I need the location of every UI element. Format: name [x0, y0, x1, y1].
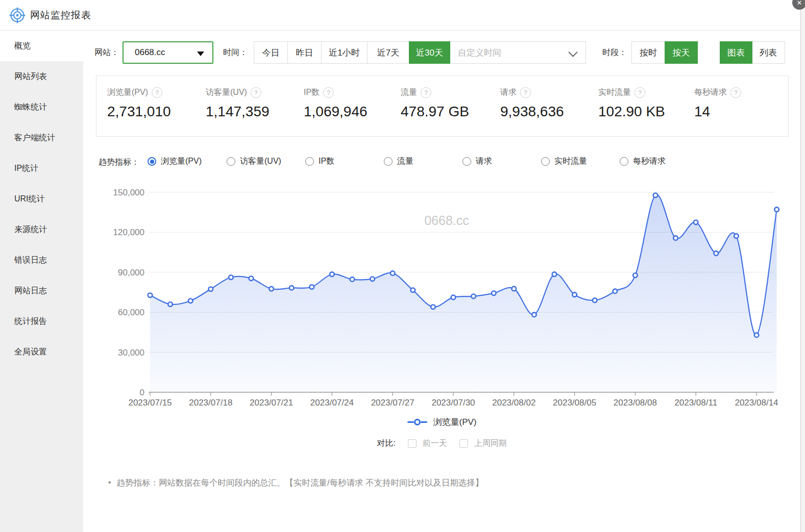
- time-btn-today[interactable]: 今日: [254, 42, 288, 63]
- gridlines: [149, 192, 774, 352]
- compare-label: 对比:: [377, 438, 395, 449]
- sidebar-item-global-settings[interactable]: 全局设置: [0, 337, 83, 367]
- svg-text:2023/07/27: 2023/07/27: [371, 398, 414, 408]
- trend-option-traffic[interactable]: 流量: [384, 156, 413, 167]
- app-header: 网站监控报表: [0, 0, 805, 31]
- stat-value: 9,938,636: [500, 104, 564, 120]
- help-icon[interactable]: ?: [251, 87, 261, 98]
- stat-label: 访客量(UV): [206, 87, 247, 98]
- time-label: 时间：: [223, 41, 248, 64]
- footnote: • 趋势指标：网站数据在每个时间段内的总汇。【实时流量/每秒请求 不支持时间比对…: [108, 477, 483, 488]
- y-tick-labels: 030,00060,00090,000120,000150,000: [113, 188, 144, 397]
- chart-legend[interactable]: 浏览量(PV): [83, 414, 800, 430]
- help-icon[interactable]: ?: [421, 87, 431, 98]
- svg-text:90,000: 90,000: [118, 268, 144, 277]
- sidebar-item-site-log[interactable]: 网站日志: [0, 275, 83, 306]
- checkbox-icon[interactable]: [408, 439, 417, 448]
- checkbox-icon[interactable]: [459, 439, 468, 448]
- stat-label: 实时流量: [598, 87, 631, 98]
- svg-text:2023/08/11: 2023/08/11: [674, 398, 717, 408]
- footnote-text: 趋势指标：网站数据在每个时间段内的总汇。【实时流量/每秒请求 不支持时间比对以及…: [117, 477, 484, 488]
- view-btn-chart[interactable]: 图表: [720, 41, 752, 64]
- stat-label: 浏览量(PV): [107, 87, 148, 98]
- time-btn-yesterday[interactable]: 昨日: [288, 42, 322, 63]
- stat-label: 每秒请求: [694, 87, 727, 98]
- radio-icon: [620, 157, 628, 166]
- svg-text:120,000: 120,000: [113, 227, 144, 237]
- help-icon[interactable]: ?: [730, 87, 741, 98]
- stat-value: 2,731,010: [107, 104, 171, 120]
- sidebar-item-client-stats[interactable]: 客户端统计: [0, 122, 83, 153]
- radio-selected-icon: [148, 157, 156, 166]
- svg-text:2023/08/05: 2023/08/05: [553, 398, 596, 408]
- trend-option-requests-per-second[interactable]: 每秒请求: [620, 156, 666, 167]
- sidebar-item-uri-stats[interactable]: URI统计: [0, 184, 83, 214]
- time-btn-last-hour[interactable]: 近1小时: [322, 42, 368, 63]
- period-btn-daily[interactable]: 按天: [665, 41, 698, 64]
- stats-panel: 浏览量(PV)? 2,731,010 访客量(UV)? 1,147,359 IP…: [96, 75, 789, 137]
- help-icon[interactable]: ?: [323, 87, 334, 98]
- svg-text:2023/08/02: 2023/08/02: [492, 398, 535, 408]
- scrollbar-track[interactable]: [800, 0, 805, 532]
- svg-text:150,000: 150,000: [113, 188, 144, 197]
- period-btn-hourly[interactable]: 按时: [632, 42, 665, 63]
- target-logo-icon: [9, 7, 26, 23]
- trend-option-realtime-traffic[interactable]: 实时流量: [541, 156, 587, 167]
- time-btn-last-30-days[interactable]: 近30天: [409, 41, 450, 64]
- trend-line: [150, 195, 777, 336]
- help-icon[interactable]: ?: [152, 87, 162, 98]
- sidebar-item-stats-report[interactable]: 统计报告: [0, 306, 83, 337]
- stat-value: 102.90 KB: [598, 104, 665, 120]
- radio-icon: [541, 157, 550, 166]
- svg-text:2023/07/15: 2023/07/15: [128, 398, 172, 408]
- time-btn-last-7-days[interactable]: 近7天: [368, 42, 409, 63]
- svg-text:60,000: 60,000: [118, 308, 144, 317]
- sidebar-item-error-log[interactable]: 错误日志: [0, 245, 83, 275]
- svg-text:30,000: 30,000: [118, 348, 144, 358]
- trend-metric-row: 趋势指标： 浏览量(PV) 访客量(UV) IP数 流量 请求 实时流量 每秒请…: [0, 156, 805, 169]
- svg-text:2023/07/21: 2023/07/21: [250, 398, 293, 408]
- chart-watermark: 0668.cc: [424, 213, 469, 227]
- stat-label: 请求: [500, 87, 517, 98]
- sidebar-item-referrer-stats[interactable]: 来源统计: [0, 214, 83, 245]
- site-select-value: 0668.cc: [135, 47, 165, 58]
- time-range-group: 今日 昨日 近1小时 近7天 近30天 自定义时间: [254, 41, 586, 64]
- compare-option-previous-day[interactable]: 前一天: [408, 438, 447, 449]
- compare-option-same-period-last-week[interactable]: 上周同期: [459, 438, 507, 449]
- help-icon[interactable]: ?: [520, 87, 531, 98]
- bullet-icon: •: [108, 477, 111, 488]
- x-tick-labels: 2023/07/152023/07/182023/07/212023/07/24…: [128, 398, 778, 408]
- period-label: 时段：: [602, 41, 627, 64]
- help-icon[interactable]: ?: [635, 87, 645, 98]
- sidebar-item-site-list[interactable]: 网站列表: [0, 61, 83, 92]
- custom-time-select[interactable]: 自定义时间: [450, 42, 586, 63]
- site-label: 网站：: [94, 41, 119, 64]
- stat-value: 1,069,946: [304, 104, 368, 120]
- trend-metrics-label: 趋势指标：: [99, 157, 139, 168]
- data-point-markers[interactable]: [148, 193, 779, 337]
- legend-series-label: 浏览量(PV): [433, 416, 477, 428]
- svg-text:2023/08/08: 2023/08/08: [614, 398, 657, 408]
- view-btn-list[interactable]: 列表: [752, 42, 785, 63]
- stat-label: IP数: [304, 87, 320, 98]
- trend-option-uv[interactable]: 访客量(UV): [227, 156, 281, 167]
- site-select[interactable]: 0668.cc: [123, 41, 213, 64]
- page-title: 网站监控报表: [30, 9, 91, 22]
- trend-option-pv[interactable]: 浏览量(PV): [148, 156, 202, 167]
- chevron-down-icon: [568, 47, 577, 57]
- sidebar-item-spider-stats[interactable]: 蜘蛛统计: [0, 92, 83, 122]
- svg-text:2023/08/14: 2023/08/14: [735, 398, 778, 408]
- sidebar-item-overview[interactable]: 概览: [0, 31, 83, 61]
- legend-line-icon: [407, 419, 427, 425]
- trend-option-requests[interactable]: 请求: [462, 156, 492, 167]
- period-group: 按时 按天: [631, 41, 698, 64]
- custom-time-placeholder: 自定义时间: [458, 47, 501, 59]
- stat-value: 14: [694, 104, 710, 120]
- radio-icon: [462, 157, 471, 166]
- x-axis: [149, 392, 774, 396]
- svg-text:2023/07/24: 2023/07/24: [310, 398, 354, 408]
- radio-icon: [227, 157, 235, 166]
- radio-icon: [305, 157, 314, 166]
- sidebar: 概览 网站列表 蜘蛛统计 客户端统计 IP统计 URI统计 来源统计 错误日志 …: [0, 31, 83, 532]
- trend-option-ip[interactable]: IP数: [305, 156, 334, 167]
